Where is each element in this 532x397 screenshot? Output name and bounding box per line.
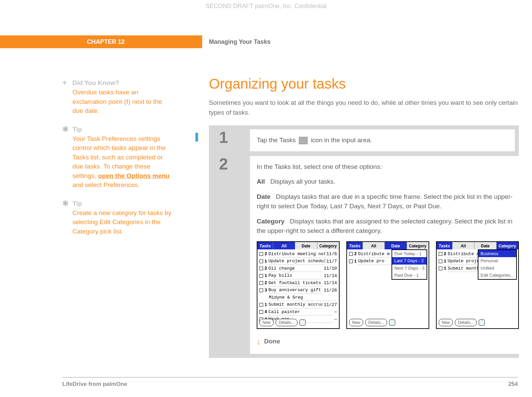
option-category: Category Displays tasks that are assigne… <box>257 217 519 236</box>
tasks-app-icon <box>299 137 308 144</box>
chapter-number: CHAPTER 12 <box>0 35 202 48</box>
asterisk-icon: ✱ <box>62 200 72 236</box>
step-lead: In the Tasks list, select one of these o… <box>257 162 519 172</box>
step-2: 2 In the Tasks list, select one of these… <box>213 156 515 354</box>
tab-category[interactable]: Category <box>317 242 339 249</box>
dropdown-option[interactable]: Next 7 Days - 3 <box>392 265 427 272</box>
details-button[interactable]: Details... <box>455 319 477 326</box>
done-indicator: ↓ Done <box>257 336 519 348</box>
sidebar-did-you-know: + Did You Know? Overdue tasks have an ex… <box>62 79 174 116</box>
app-title: Tasks <box>347 242 363 249</box>
page-number: 254 <box>508 381 518 388</box>
sidebar: + Did You Know? Overdue tasks have an ex… <box>62 79 174 246</box>
screenshots-row: Tasks All Date Category 2Distribute meet… <box>257 241 519 329</box>
dropdown-option[interactable]: Due Today - 1 <box>392 250 427 257</box>
change-bar-icon <box>195 133 198 142</box>
footer-rule <box>62 377 518 377</box>
steps-container: 1 Tap the Tasks icon in the input area. … <box>209 125 519 358</box>
details-button[interactable]: Details... <box>276 319 298 326</box>
task-row[interactable]: 2Oil change11/10 <box>259 265 337 272</box>
note-icon[interactable]: 📄 <box>300 319 306 326</box>
date-filter-dropdown[interactable]: Due Today - 1Last 7 Days - 2Next 7 Days … <box>392 249 427 280</box>
tab-date[interactable]: Date <box>384 242 406 249</box>
chapter-header: CHAPTER 12 Managing Your Tasks <box>0 35 532 48</box>
tab-date[interactable]: Date <box>474 242 496 249</box>
new-button[interactable]: New <box>439 319 453 326</box>
dropdown-option[interactable]: Past Due - 1 <box>392 272 427 279</box>
sidebar-body: Overdue tasks have an exclamation point … <box>72 88 174 116</box>
screenshot-date: Tasks All Date Category 2Distribute m1Up… <box>346 241 429 329</box>
step-1: 1 Tap the Tasks icon in the input area. <box>213 129 515 151</box>
sidebar-title: Tip <box>72 200 174 207</box>
category-filter-dropdown[interactable]: BusinessPersonalUnfiledEdit Categories..… <box>478 249 517 280</box>
page-heading: Organizing your tasks <box>209 76 519 92</box>
sidebar-title: Tip <box>72 126 174 133</box>
dropdown-option[interactable]: Edit Categories... <box>478 272 516 279</box>
task-row[interactable]: 1Update project schedule11/7 <box>259 258 337 265</box>
app-title: Tasks <box>257 242 273 249</box>
sidebar-tip-2: ✱ Tip Create a new category for tasks by… <box>62 200 174 236</box>
asterisk-icon: ✱ <box>62 126 72 190</box>
task-row[interactable]: Midyne & Greg <box>259 294 337 301</box>
note-icon[interactable]: 📄 <box>479 319 485 326</box>
details-button[interactable]: Details... <box>365 319 387 326</box>
task-row[interactable]: 1Pay bills11/14 <box>259 272 337 279</box>
step-number: 1 <box>213 129 250 151</box>
new-button[interactable]: New <box>259 319 274 326</box>
task-row[interactable]: 4Call painter— <box>259 309 337 316</box>
task-row[interactable]: 1Submit monthly accruals11/27 <box>259 301 337 308</box>
dropdown-option[interactable]: Unfiled <box>478 265 516 272</box>
option-date: Date Displays tasks that are due in a sp… <box>257 192 519 211</box>
tab-category[interactable]: Category <box>496 242 518 249</box>
sidebar-title: Did You Know? <box>72 79 174 87</box>
page-footer: LifeDrive from palmOne 254 <box>62 381 518 388</box>
new-button[interactable]: New <box>349 319 363 326</box>
options-menu-link[interactable]: open the Options menu <box>98 172 169 179</box>
screenshot-category: Tasks All Date Category 2Distribute mee1… <box>436 241 519 329</box>
tab-all[interactable]: All <box>273 242 295 249</box>
note-icon[interactable]: 📄 <box>389 319 395 326</box>
step-number: 2 <box>213 156 250 354</box>
done-label: Done <box>264 337 280 346</box>
task-row[interactable]: 2Get football tickets11/14 <box>259 280 337 287</box>
dropdown-option[interactable]: Business <box>478 250 516 257</box>
main-content: Organizing your tasks Sometimes you want… <box>209 76 519 358</box>
task-row[interactable]: 2Distribute meeting notes11/6 <box>259 251 337 258</box>
sidebar-tip-1: ✱ Tip Your Task Preferences settings con… <box>62 126 174 190</box>
confidential-watermark: SECOND DRAFT palmOne, Inc. Confidential <box>0 3 532 10</box>
down-arrow-icon: ↓ <box>257 336 261 348</box>
task-row[interactable]: 3Buy anniversary gift for11/26 <box>259 287 337 294</box>
tab-category[interactable]: Category <box>407 242 429 249</box>
option-all: All Displays all your tasks. <box>257 177 519 187</box>
app-title: Tasks <box>437 242 452 249</box>
dropdown-option[interactable]: Last 7 Days - 2 <box>392 257 427 265</box>
tab-all[interactable]: All <box>452 242 474 249</box>
chapter-title: Managing Your Tasks <box>202 35 271 48</box>
tab-date[interactable]: Date <box>295 242 317 249</box>
sidebar-body: Your Task Preferences settings control w… <box>72 134 174 190</box>
tab-all[interactable]: All <box>363 242 384 249</box>
intro-paragraph: Sometimes you want to look at all the th… <box>209 98 519 117</box>
screenshot-all: Tasks All Date Category 2Distribute meet… <box>257 241 340 329</box>
dropdown-option[interactable]: Personal <box>478 257 516 265</box>
step-body: In the Tasks list, select one of these o… <box>250 156 526 354</box>
step-body: Tap the Tasks icon in the input area. <box>250 129 515 151</box>
product-name: LifeDrive from palmOne <box>62 381 127 388</box>
sidebar-body: Create a new category for tasks by selec… <box>72 208 174 236</box>
plus-icon: + <box>62 79 72 116</box>
